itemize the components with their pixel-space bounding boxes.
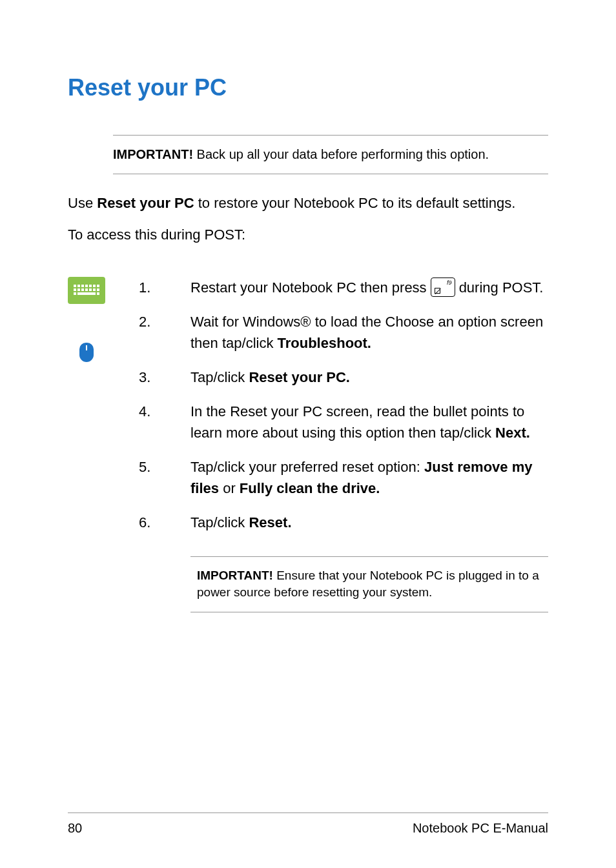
step-2: 2. Wait for Windows® to load the Choose … xyxy=(139,311,548,354)
step-num: 4. xyxy=(139,401,190,443)
step-num: 3. xyxy=(139,367,190,388)
keyboard-icon xyxy=(68,277,105,304)
svg-rect-7 xyxy=(74,288,76,291)
svg-rect-14 xyxy=(74,292,76,295)
svg-rect-3 xyxy=(85,285,88,287)
svg-rect-2 xyxy=(81,285,84,287)
page-heading: Reset your PC xyxy=(68,74,548,101)
svg-rect-6 xyxy=(97,285,99,287)
key-label: f9 xyxy=(447,279,452,288)
svg-rect-10 xyxy=(85,288,88,291)
step-strong-2: Fully clean the drive. xyxy=(240,480,380,496)
step-list: 1. Restart your Notebook PC then press f… xyxy=(139,277,548,533)
f9-key-icon: f9 xyxy=(431,278,455,297)
page-footer: 80 Notebook PC E-Manual xyxy=(68,812,548,836)
step-strong: Troubleshoot. xyxy=(278,335,371,351)
svg-rect-9 xyxy=(81,288,84,291)
intro-post: to restore your Notebook PC to its defau… xyxy=(194,195,516,211)
svg-rect-12 xyxy=(93,288,96,291)
step-strong: Reset your PC. xyxy=(249,369,350,385)
important-label: IMPORTANT! xyxy=(197,569,273,582)
intro-strong: Reset your PC xyxy=(97,195,194,211)
step-text-mid: or xyxy=(219,480,240,496)
intro-pre: Use xyxy=(68,195,97,211)
step-text-pre: Restart your Notebook PC then press xyxy=(190,277,427,298)
step-num: 5. xyxy=(139,456,190,499)
important-note-1: IMPORTANT! Back up all your data before … xyxy=(113,135,548,174)
step-text-pre: Tap/click xyxy=(190,514,249,530)
step-num: 6. xyxy=(139,512,190,533)
step-4: 4. In the Reset your PC screen, read the… xyxy=(139,401,548,443)
svg-rect-11 xyxy=(89,288,92,291)
step-num: 1. xyxy=(139,277,190,298)
step-strong: Next. xyxy=(495,425,530,441)
step-text-pre: In the Reset your PC screen, read the bu… xyxy=(190,403,524,441)
step-3: 3. Tap/click Reset your PC. xyxy=(139,367,548,388)
mouse-icon xyxy=(79,343,94,362)
important-label: IMPORTANT! xyxy=(113,147,193,161)
svg-rect-8 xyxy=(77,288,80,291)
svg-rect-13 xyxy=(97,288,99,291)
important-note-2: IMPORTANT! Ensure that your Notebook PC … xyxy=(190,556,548,612)
intro-text: Use Reset your PC to restore your Notebo… xyxy=(68,194,548,214)
step-text-post: during POST. xyxy=(459,277,544,298)
svg-rect-1 xyxy=(77,285,80,287)
step-6: 6. Tap/click Reset. xyxy=(139,512,548,533)
svg-rect-5 xyxy=(93,285,96,287)
svg-rect-16 xyxy=(97,292,99,295)
step-text-pre: Tap/click xyxy=(190,369,249,385)
manual-title: Notebook PC E-Manual xyxy=(413,821,548,836)
access-text: To access this during POST: xyxy=(68,227,548,243)
step-1: 1. Restart your Notebook PC then press f… xyxy=(139,277,548,298)
step-num: 2. xyxy=(139,311,190,354)
step-text-pre: Tap/click your preferred reset option: xyxy=(190,459,424,475)
step-strong: Reset. xyxy=(249,514,291,530)
step-5: 5. Tap/click your preferred reset option… xyxy=(139,456,548,499)
important-text: Back up all your data before performing … xyxy=(193,147,489,161)
page-number: 80 xyxy=(68,821,82,836)
svg-rect-0 xyxy=(74,285,76,287)
svg-rect-15 xyxy=(77,292,96,295)
svg-rect-4 xyxy=(89,285,92,287)
